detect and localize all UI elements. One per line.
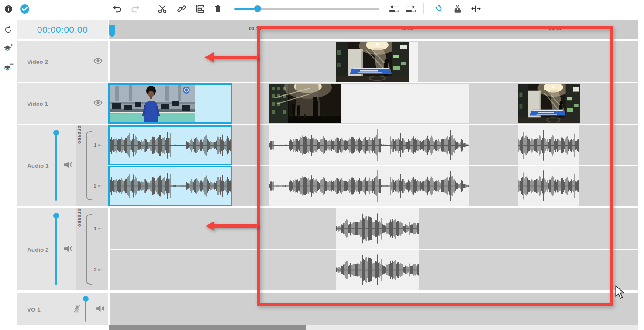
selected-check-icon[interactable] xyxy=(19,3,30,14)
slider-knob[interactable] xyxy=(83,296,89,302)
ruler-mark: 00:15 xyxy=(249,26,261,31)
cut-button[interactable] xyxy=(157,3,168,14)
delete-button[interactable] xyxy=(212,3,224,14)
slider-knob[interactable] xyxy=(53,130,59,135)
clip-thumbnail xyxy=(269,84,341,123)
waveform xyxy=(336,250,419,290)
track-label: Video 2 xyxy=(27,59,48,65)
video-clip[interactable] xyxy=(269,84,469,123)
match-frame-button[interactable] xyxy=(195,3,206,14)
clip-thumbnail xyxy=(336,42,409,82)
track-label: VO 1 xyxy=(27,306,41,313)
waveform xyxy=(518,125,579,165)
razor-button[interactable] xyxy=(452,3,463,14)
track-header-vo-1[interactable]: VO 1 xyxy=(17,293,108,325)
undo-button[interactable] xyxy=(111,3,123,14)
link-button[interactable] xyxy=(176,3,187,14)
horizontal-scrollbar-track[interactable] xyxy=(109,325,638,330)
channel-speaker-icon[interactable] xyxy=(98,184,103,188)
audio-clip-selected[interactable] xyxy=(108,166,232,206)
channel-number: 2 xyxy=(94,267,96,272)
stereo-label: STEREO xyxy=(77,125,82,206)
video-clip-selected[interactable] xyxy=(108,83,232,124)
waveform xyxy=(336,208,419,249)
speaker-icon[interactable] xyxy=(63,244,73,254)
left-rail xyxy=(0,17,17,330)
track-label: Video 1 xyxy=(27,101,48,107)
toolbar-divider xyxy=(149,3,149,14)
clip-thumbnail xyxy=(110,85,195,122)
video-clip[interactable] xyxy=(336,42,418,82)
track-header-video-1[interactable]: Video 1 xyxy=(17,83,108,124)
channel-number: 2 xyxy=(94,183,96,188)
zoom-slider-handle[interactable] xyxy=(254,5,261,12)
reset-zoom-icon[interactable] xyxy=(3,24,14,35)
insert-right-button[interactable] xyxy=(405,3,417,14)
channel-number: 1 xyxy=(94,142,96,148)
channel-1: 1 xyxy=(94,142,103,148)
toolbar-divider xyxy=(423,3,424,14)
ruler-mark: 00:30 xyxy=(401,26,413,31)
waveform xyxy=(518,166,579,206)
mic-muted-icon[interactable] xyxy=(72,304,82,315)
audio-clip[interactable] xyxy=(269,125,469,165)
channel-speaker-icon[interactable] xyxy=(98,267,103,272)
waveform xyxy=(110,127,231,164)
audio-clip[interactable] xyxy=(336,250,419,290)
vo-volume-slider[interactable] xyxy=(83,296,89,322)
eye-icon[interactable] xyxy=(93,58,103,66)
track-header-video-2[interactable]: Video 2 xyxy=(17,41,108,82)
snap-toggle-button[interactable] xyxy=(434,3,445,14)
slider-line xyxy=(55,132,57,201)
trim-mode-button[interactable] xyxy=(470,3,482,14)
audio-clip[interactable] xyxy=(518,166,579,206)
waveform xyxy=(269,166,469,206)
channel-2: 2 xyxy=(94,183,103,188)
slider-knob[interactable] xyxy=(53,213,59,219)
audio-clip[interactable] xyxy=(336,208,419,249)
redo-button[interactable] xyxy=(130,3,141,14)
track-header-audio-1[interactable]: Audio 1 STEREO 1 2 xyxy=(17,125,108,206)
channel-speaker-icon[interactable] xyxy=(98,226,103,231)
timeline-ruler[interactable]: 00:15 00:30 00:45 xyxy=(109,20,638,39)
eye-icon[interactable] xyxy=(93,100,103,108)
add-track-icon[interactable] xyxy=(3,42,14,53)
ruler-mark: 00:45 xyxy=(549,26,561,31)
timecode-display[interactable]: 00:00:00.00 xyxy=(17,20,108,39)
audio-clip-selected[interactable] xyxy=(108,125,232,165)
remove-track-icon[interactable] xyxy=(3,62,14,73)
info-icon[interactable] xyxy=(3,3,14,14)
channel-1: 1 xyxy=(94,226,103,231)
video-editor-timeline: 00:00:00.00 00:15 00:30 00:45 Video 2 Vi… xyxy=(0,0,644,330)
waveform xyxy=(110,167,231,205)
clip-thumbnail xyxy=(518,84,580,123)
audio-volume-slider[interactable] xyxy=(53,213,59,285)
track-label: Audio 2 xyxy=(27,246,49,253)
stereo-bracket xyxy=(86,214,92,285)
stereo-bracket xyxy=(86,131,92,200)
audio-clip[interactable] xyxy=(269,166,469,206)
speaker-icon[interactable] xyxy=(95,304,105,314)
stereo-group: STEREO 1 2 xyxy=(76,125,108,206)
horizontal-scrollbar-thumb[interactable] xyxy=(109,325,306,330)
channel-number: 1 xyxy=(94,226,96,231)
audio-volume-slider[interactable] xyxy=(53,130,59,201)
speaker-icon[interactable] xyxy=(63,161,73,171)
track-label: Audio 1 xyxy=(27,163,49,169)
channel-2: 2 xyxy=(94,267,103,272)
channel-speaker-icon[interactable] xyxy=(98,143,103,147)
track-header-audio-2[interactable]: Audio 2 STEREO 1 2 xyxy=(17,208,108,290)
insert-left-button[interactable] xyxy=(389,3,400,14)
stereo-label: STEREO xyxy=(77,208,82,290)
stereo-group: STEREO 1 2 xyxy=(76,208,108,290)
waveform xyxy=(269,125,469,165)
video-clip[interactable] xyxy=(518,84,580,123)
audio-clip[interactable] xyxy=(518,125,579,165)
slider-line xyxy=(85,298,86,322)
toolbar xyxy=(0,0,644,17)
lane-vo-1[interactable] xyxy=(110,293,638,325)
slider-line xyxy=(55,215,57,285)
